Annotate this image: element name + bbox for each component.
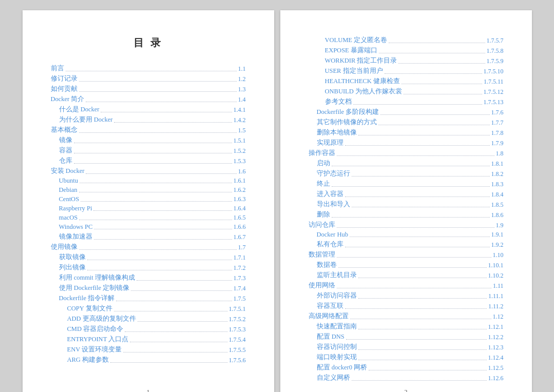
toc-label[interactable]: 访问仓库 <box>309 221 335 229</box>
toc-label[interactable]: 修订记录 <box>51 74 78 83</box>
toc-label[interactable]: ADD 更高级的复制文件 <box>51 315 136 323</box>
toc-label[interactable]: COPY 复制文件 <box>51 304 112 313</box>
toc-num: 1.9 <box>496 222 504 229</box>
toc-label[interactable]: 配置 docker0 网桥 <box>309 363 368 372</box>
toc-label[interactable]: 删除 <box>309 210 330 219</box>
toc-num: 1.7.2 <box>234 264 246 272</box>
toc-label[interactable]: 仓库 <box>51 156 72 165</box>
toc-label[interactable]: 启动 <box>309 159 330 168</box>
toc-dots <box>94 229 232 229</box>
toc-label[interactable]: 容器互联 <box>309 302 343 310</box>
toc-label[interactable]: 安装 Docker <box>51 167 85 175</box>
toc-label[interactable]: 使用镜像 <box>51 243 78 251</box>
toc-label[interactable]: 配置 DNS <box>309 332 345 341</box>
toc-label[interactable]: 为什么要用 Docker <box>51 115 113 124</box>
toc-label[interactable]: 实现原理 <box>309 139 343 147</box>
toc-label[interactable]: 数据卷 <box>309 261 337 269</box>
toc-label[interactable]: 终止 <box>309 180 330 188</box>
toc-label[interactable]: macOS <box>51 214 78 222</box>
toc-dots <box>80 183 232 183</box>
toc-label[interactable]: 端口映射实现 <box>309 353 357 362</box>
toc-label[interactable]: WORKDIR 指定工作目录 <box>309 56 397 65</box>
toc-row: 删除本地镜像1.7.8 <box>309 128 504 137</box>
toc-row: 利用 commit 理解镜像构成1.7.3 <box>51 273 246 282</box>
toc-label[interactable]: Docker Hub <box>309 231 348 239</box>
toc-label[interactable]: ARG 构建参数 <box>51 356 109 364</box>
toc-row: Docker Hub1.9.1 <box>309 231 504 239</box>
toc-row: 如何贡献1.3 <box>51 85 246 93</box>
toc-label[interactable]: 镜像 <box>51 136 72 145</box>
toc-row: 访问仓库1.9 <box>309 221 504 229</box>
toc-label[interactable]: 私有仓库 <box>309 240 343 249</box>
toc-label[interactable]: 导出和导入 <box>309 200 350 209</box>
toc-label[interactable]: Docker 简介 <box>51 95 85 104</box>
toc-row: 容器1.5.2 <box>51 146 246 155</box>
toc-label[interactable]: Windows PC <box>51 223 93 231</box>
toc-label[interactable]: 数据管理 <box>309 250 335 259</box>
toc-row: 启动1.8.1 <box>309 159 504 168</box>
toc-label[interactable]: 列出镜像 <box>51 263 86 272</box>
toc-num: 1.8.1 <box>491 160 504 168</box>
toc-num: 1.4.2 <box>234 116 246 124</box>
toc-label[interactable]: 利用 commit 理解镜像构成 <box>51 273 135 282</box>
toc-label[interactable]: ONBUILD 为他人作嫁衣裳 <box>309 87 402 96</box>
toc-label[interactable]: 其它制作镜像的方式 <box>309 118 377 127</box>
toc-row: macOS1.6.5 <box>51 214 246 222</box>
toc-label[interactable]: 操作容器 <box>309 149 335 158</box>
toc-label[interactable]: 前言 <box>51 64 64 73</box>
toc-label[interactable]: 外部访问容器 <box>309 291 357 300</box>
toc-label[interactable]: 快速配置指南 <box>309 322 357 331</box>
toc-num: 1.7.4 <box>234 285 246 292</box>
toc-num: 1.12.5 <box>488 364 504 372</box>
toc-label[interactable]: 守护态运行 <box>309 169 350 178</box>
toc-label[interactable]: 基本概念 <box>51 126 78 134</box>
toc-num: 1.7.5.10 <box>484 68 504 75</box>
toc-dots <box>79 91 237 92</box>
toc-label[interactable]: 容器 <box>51 146 72 155</box>
toc-label[interactable]: Ubuntu <box>51 177 79 185</box>
page-2: VOLUME 定义匿名卷1.7.5.7EXPOSE 暴露端口1.7.5.8WOR… <box>280 10 532 392</box>
toc-num: 1.8.6 <box>491 211 504 219</box>
toc-label[interactable]: 高级网络配置 <box>309 312 349 321</box>
toc-dots <box>358 329 487 329</box>
toc-label[interactable]: CentOS <box>51 195 80 203</box>
toc-label[interactable]: 使用网络 <box>309 281 335 290</box>
toc-dots <box>369 370 486 370</box>
toc-label[interactable]: EXPOSE 暴露端口 <box>309 46 377 55</box>
toc-label[interactable]: 监听主机目录 <box>309 271 357 280</box>
toc-label[interactable]: 进入容器 <box>309 190 343 199</box>
toc-label[interactable]: 获取镜像 <box>51 253 86 262</box>
toc-label[interactable]: 删除本地镜像 <box>309 128 357 137</box>
toc-label[interactable]: 容器访问控制 <box>309 343 357 351</box>
toc-label[interactable]: 如何贡献 <box>51 85 78 93</box>
toc-num: 1.8.3 <box>491 181 504 188</box>
toc-label[interactable]: Dockerfile 指令详解 <box>51 294 115 303</box>
toc-label[interactable]: Debian <box>51 186 78 194</box>
toc-num: 1.8 <box>496 150 504 158</box>
toc-label[interactable]: ENV 设置环境变量 <box>51 345 122 354</box>
toc-label[interactable]: CMD 容器启动命令 <box>51 325 124 334</box>
toc-dots <box>138 321 227 322</box>
toc-num: 1.12 <box>493 313 504 321</box>
toc-row: USER 指定当前用户1.7.5.10 <box>309 67 504 75</box>
toc-row: 修订记录1.2 <box>51 74 246 83</box>
toc-label[interactable]: Dockerfile 多阶段构建 <box>309 108 379 116</box>
toc-label[interactable]: 镜像加速器 <box>51 232 92 241</box>
toc-dots <box>352 176 490 177</box>
toc-label[interactable]: Raspberry Pi <box>51 205 92 212</box>
toc-label[interactable]: 什么是 Docker <box>51 105 100 114</box>
toc-row: 其它制作镜像的方式1.7.7 <box>309 118 504 127</box>
toc-dots <box>93 210 232 211</box>
toc-dots <box>389 43 485 43</box>
toc-row: Docker 简介1.4 <box>51 95 246 104</box>
toc-num: 1.10.1 <box>488 262 504 269</box>
toc-row: VOLUME 定义匿名卷1.7.5.7 <box>309 36 504 45</box>
toc-label[interactable]: VOLUME 定义匿名卷 <box>309 36 388 45</box>
toc-num: 1.6.3 <box>234 195 246 203</box>
toc-label[interactable]: 参考文档 <box>309 97 352 106</box>
toc-label[interactable]: 使用 Dockerfile 定制镜像 <box>51 284 130 292</box>
toc-label[interactable]: ENTRYPOINT 入口点 <box>51 335 129 344</box>
toc-label[interactable]: 自定义网桥 <box>309 374 350 382</box>
toc-label[interactable]: USER 指定当前用户 <box>309 67 383 75</box>
toc-label[interactable]: HEALTHCHECK 健康检查 <box>309 77 400 86</box>
